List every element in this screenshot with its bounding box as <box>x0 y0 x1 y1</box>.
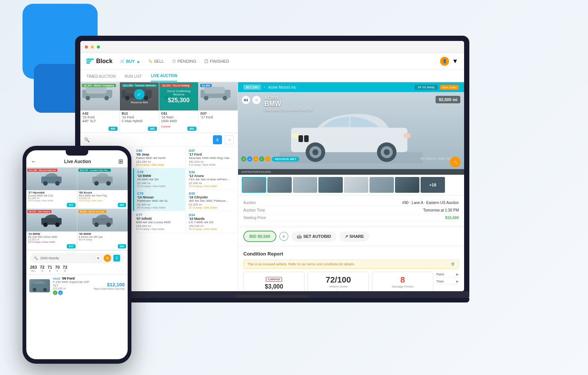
phone-card-title-4: '06 BMW <box>79 232 127 236</box>
running-header: #A32 '09 Ford <box>53 277 91 280</box>
phone-card-acura[interactable]: $16,700 · London City Chr... '09 Acura R… <box>77 168 128 209</box>
card-item-b12[interactable]: $13,300 · Toronto Vehicles ✓ Reserve Met <box>120 82 159 133</box>
search-icon: 🔍 <box>84 137 90 142</box>
carfax-price: $3,000 <box>247 283 301 290</box>
nav-chevron[interactable]: ▼ <box>452 58 458 65</box>
item-lot: D35 <box>189 192 235 195</box>
card-item-d37[interactable]: $1,800 D37 '17 Ford <box>199 82 238 133</box>
phone-card-bmw06[interactable]: $9,800 · Myers Hyundai '06 BMW 6 Series … <box>77 209 128 250</box>
assured-icon: 🛡️ <box>451 262 455 266</box>
phone-filter-btn[interactable]: ⚙ <box>104 254 111 262</box>
list-item-d34[interactable]: D34 '10 Mazda CX-7 AWD 4dr GS 156,036 mi… <box>186 211 238 233</box>
count-tab-d[interactable]: 72 D <box>63 265 67 272</box>
item-lot: D34 <box>189 213 235 217</box>
elite-seller-badge: Elite Seller <box>440 85 459 90</box>
svg-rect-1 <box>86 87 107 94</box>
autobid-button[interactable]: 🤖 SET AUTOBID <box>291 231 336 242</box>
card-badge-2: $13,300 · Toronto Vehicles <box>121 84 158 87</box>
list-item-d37[interactable]: D37 '17 Ford Silverado 1500 4WD Reg Cab.… <box>186 147 238 168</box>
share-button[interactable]: ↗ SHARE <box>339 231 369 242</box>
phone-running-item[interactable]: #A32 '09 Ford F-150 4WD SuperCab 145" XL… <box>26 274 128 297</box>
buy-icon: 🛒 <box>120 59 125 63</box>
phone-card-seller-3: 101 mi away • Power Seller <box>28 241 75 243</box>
main-layout: $2,300 · Motor Company A32 '15 Ford445" … <box>80 82 464 291</box>
pending-icon: ⏱️ <box>172 59 176 63</box>
thumb-2[interactable] <box>267 177 292 193</box>
nav-tab-sell[interactable]: 🏷️ SELL <box>148 57 164 65</box>
card-lot-2: B12 <box>122 112 157 115</box>
list-item-d36[interactable]: D36 '12 Acura TSX 4dr Sdn I4 Auto w/Prem… <box>186 168 238 190</box>
nav-tab-buy[interactable]: 🛒 BUY ▲ <box>120 57 140 65</box>
score-card: 72/100 Vehicle Score ▶ <box>308 272 369 291</box>
list-item-d35[interactable]: D35 '16 Chrysler 300 4dr Sdn 300C Platin… <box>186 190 238 211</box>
thumb-5[interactable] <box>344 177 368 193</box>
sub-tab-live[interactable]: LIVE AUCTION <box>151 74 177 82</box>
list-item-c79[interactable]: C79 '10 BMW X5 AWD 4dr 30i 22,340 mi 21 … <box>133 168 185 190</box>
nav-tab-finished[interactable]: 📋 FINISHED <box>204 57 229 65</box>
phone-back-button[interactable]: ← <box>31 158 37 165</box>
item-seller: 56 mi away • New Seller <box>137 206 182 209</box>
count-tab-all[interactable]: 283 ALL <box>30 265 37 272</box>
browser-maximize[interactable] <box>97 45 100 48</box>
phone-bid-2[interactable]: BID <box>118 203 126 207</box>
phone-bid-1[interactable]: BID <box>67 203 75 207</box>
list-item-c80[interactable]: C80 '09 Jeep Patriot 4WD 4dr North 181,0… <box>133 147 185 168</box>
thumb-6[interactable] <box>369 177 394 193</box>
list-item-c78[interactable]: C78 '14 Nissan Pathfinder 4WD 4dr SL 53,… <box>133 190 185 211</box>
phone-card-bmw13[interactable]: $6,400 · Jett motors '13 BMW 4dr Sdn 650… <box>26 209 77 250</box>
paint-arrow: ▶ <box>456 272 459 276</box>
browser-minimize[interactable] <box>91 45 94 48</box>
phone-card-info-3: '13 BMW 4dr Sdn 650i xDrive AWD 13,292 m… <box>26 231 77 244</box>
bid-card-3[interactable]: BID <box>187 127 196 131</box>
laptop-base <box>75 291 469 298</box>
item-make: '17 Ford <box>189 153 235 156</box>
phone-bid-3[interactable]: BID <box>67 244 75 248</box>
user-avatar[interactable]: 👤 <box>440 57 449 66</box>
info-row-price: Starting Price $15,500 <box>243 214 459 222</box>
phone-screen: ← Live Auction ⊞ $21,000 · Murcot Auto I… <box>26 150 128 359</box>
nav-tab-pending[interactable]: ⏱️ PENDING <box>172 57 196 65</box>
favorites-button[interactable]: ☆ <box>225 135 234 144</box>
card-item-a32[interactable]: $2,300 · Motor Company A32 '15 Ford445" … <box>80 82 120 133</box>
bid-plus-button[interactable]: + <box>279 232 288 241</box>
browser-close[interactable] <box>85 45 88 48</box>
sub-tab-runlist[interactable]: RUN LIST <box>125 74 142 82</box>
phone-card-hyundai[interactable]: $21,000 · Murcot Auto Inc '17 Hyundai Tu… <box>26 168 77 209</box>
bid-card-2[interactable]: BID <box>148 127 157 131</box>
count-tab-a[interactable]: 72 A <box>40 265 44 272</box>
item-model: TSX 4dr Sdn I4 Auto w/Prem... <box>189 178 235 181</box>
thumb-more[interactable]: +18 <box>421 177 445 193</box>
thumb-3[interactable] <box>293 177 317 193</box>
thumb-7[interactable] <box>395 177 419 193</box>
item-model: X5 AWD 4dr 30i <box>137 178 182 181</box>
filter-button[interactable]: A <box>213 135 222 144</box>
sub-tab-timed[interactable]: TIMED AUCTION <box>86 74 116 82</box>
thumb-1[interactable] <box>242 177 266 193</box>
edit-icon[interactable]: ✏️ <box>450 157 460 167</box>
damage-card: 8 Damage Photos <box>372 272 433 291</box>
phone-bid-4[interactable]: BID <box>118 244 126 248</box>
item-lot: D36 <box>189 170 235 174</box>
bid-card-1[interactable]: BID <box>109 127 118 131</box>
count-d-label: D <box>64 269 66 272</box>
svg-point-39 <box>106 222 111 227</box>
clear-search[interactable]: ✕ <box>95 255 101 262</box>
phone-card-info-4: '06 BMW 6 Series 2dr M6 Cpe 68 mi away <box>77 231 128 242</box>
svg-point-20 <box>312 149 318 155</box>
count-d: 72 <box>63 265 67 269</box>
count-tab-b[interactable]: 71 B <box>48 265 52 272</box>
count-all-label: ALL <box>31 269 36 272</box>
item-make: '10 Mazda <box>189 217 235 221</box>
phone-card-dist-3: 13,292 mi <box>28 238 75 241</box>
phone-menu-icon[interactable]: ⊞ <box>118 158 123 165</box>
card-item-c81[interactable]: $1,100 · You're losing You're Confirming… <box>159 82 199 133</box>
favorite-button[interactable]: ☆ <box>252 96 261 104</box>
count-tab-c[interactable]: 70 C <box>55 265 60 272</box>
list-item-c77[interactable]: C77 '07 Infiniti M35 4dr Sdn Luxury AWD … <box>133 211 185 233</box>
phone-card-badge-2: $16,700 · London City Chr... <box>78 169 111 172</box>
phone-card-title-2: '09 Acura <box>79 191 127 194</box>
thumb-4[interactable] <box>318 177 343 193</box>
bid-button[interactable]: BID $9,500 <box>243 231 276 242</box>
vin-bar: 19XFB2F89FE201652 <box>238 169 464 175</box>
phone-view-btn[interactable]: ☰ <box>113 255 120 262</box>
